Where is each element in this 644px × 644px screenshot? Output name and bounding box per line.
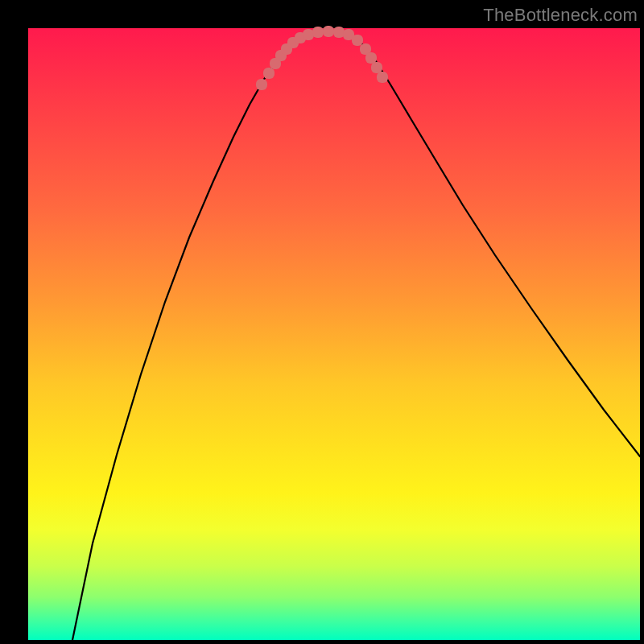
highlight-dot	[365, 52, 377, 64]
highlight-markers	[256, 26, 388, 90]
chart-frame: TheBottleneck.com	[0, 0, 644, 644]
bottleneck-curve	[72, 31, 640, 640]
highlight-dot	[333, 27, 345, 38]
highlight-dot	[263, 68, 275, 79]
chart-plot-area	[28, 28, 640, 640]
highlight-dot	[377, 72, 388, 83]
curve-group	[72, 31, 640, 640]
highlight-dot	[256, 79, 267, 90]
chart-svg	[28, 28, 640, 640]
highlight-dot	[371, 62, 382, 73]
highlight-dot	[312, 27, 324, 38]
highlight-dot	[352, 35, 363, 46]
highlight-dot	[323, 26, 334, 37]
highlight-dot	[303, 29, 314, 40]
watermark-text: TheBottleneck.com	[483, 5, 638, 26]
